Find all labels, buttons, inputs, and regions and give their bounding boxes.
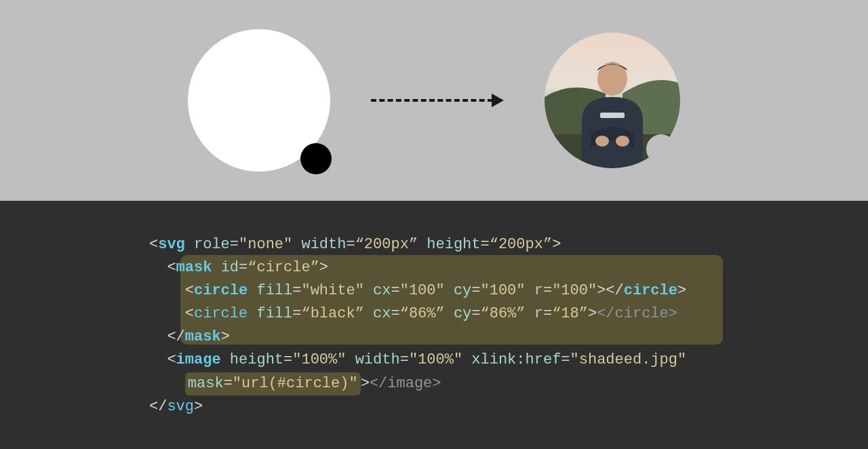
code-line-5: </mask> — [149, 326, 719, 349]
arrow-icon — [371, 94, 504, 107]
code-highlight-mask-attr: mask="url(#circle)" — [185, 372, 361, 395]
illustration-panel — [0, 0, 868, 201]
code-content: <svg role="none" width=“200px” height=“2… — [149, 233, 719, 418]
mask-shape-diagram — [188, 29, 330, 172]
code-line-1: <svg role="none" width=“200px” height=“2… — [149, 233, 719, 256]
code-line-2: <mask id=“circle”> — [149, 256, 719, 279]
code-line-7: mask="url(#circle)"></image> — [149, 372, 719, 395]
masked-avatar-result — [545, 33, 680, 168]
svg-rect-7 — [600, 113, 625, 118]
code-line-3: <circle fill="white" cx="100" cy="100" r… — [149, 279, 719, 302]
svg-point-5 — [595, 136, 609, 147]
code-line-6: <image height="100%" width="100%" xlink:… — [149, 349, 719, 372]
arrow-head — [492, 94, 504, 107]
code-line-8: </svg> — [149, 395, 719, 418]
svg-point-6 — [616, 136, 629, 147]
arrow-line — [371, 99, 493, 102]
mask-cutout-circle — [300, 143, 332, 174]
code-line-4: <circle fill=“black” cx=“86%” cy=“86%” r… — [149, 302, 719, 326]
code-panel: <svg role="none" width=“200px” height=“2… — [0, 201, 868, 449]
